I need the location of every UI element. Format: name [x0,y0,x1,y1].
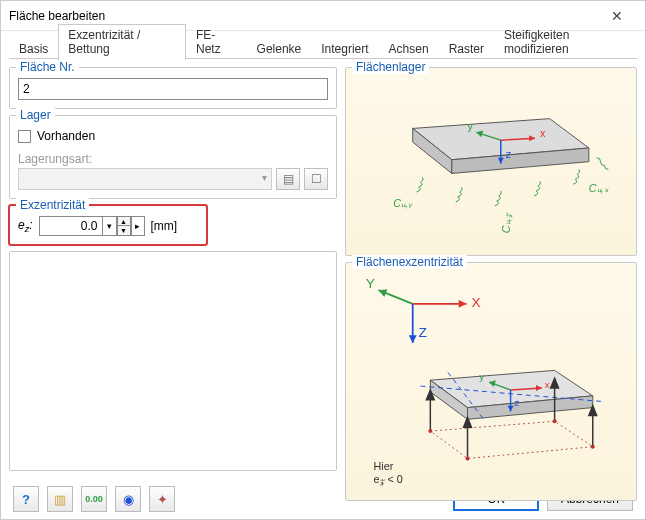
ez-spin-down[interactable]: ▼ [117,226,131,236]
new-icon: ☐ [311,172,322,186]
svg-marker-16 [459,300,467,308]
svg-text:y: y [468,120,474,132]
surface-support-illustration: x y z Cᵤ,ᵧ Cᵤ,ₓ Cᵤ,𝓏 [354,78,628,247]
notes-button[interactable]: ▥ [47,486,73,512]
svg-point-48 [591,445,595,449]
group-eccentricity-legend: Exzentrizität [16,198,89,212]
ez-spin-menu[interactable]: ▸ [131,216,145,236]
preview-surface-support: Flächenlager x y z [345,67,637,256]
notes-icon: ▥ [54,492,66,507]
support-type-new-button: ☐ [304,168,328,190]
svg-text:x: x [545,379,550,390]
group-empty [9,251,337,471]
support-type-row: ▤ ☐ [18,168,328,190]
svg-text:Cᵤ,𝓏: Cᵤ,𝓏 [500,212,513,233]
surface-eccentricity-illustration: X Y Z [354,273,628,491]
tab-achsen[interactable]: Achsen [379,38,439,60]
svg-point-49 [466,457,470,461]
preview-surface-eccentricity-legend: Flächenexzentrizität [352,255,467,269]
dialog-content: Fläche Nr. Lager Vorhanden Lagerungsart:… [1,59,645,479]
support-present-label: Vorhanden [37,129,95,143]
group-support: Lager Vorhanden Lagerungsart: ▤ ☐ [9,115,337,199]
preview-surface-eccentricity: Flächenexzentrizität X Y Z [345,262,637,500]
svg-text:Cᵤ,ₓ: Cᵤ,ₓ [589,182,609,194]
preview-surface-support-legend: Flächenlager [352,60,429,74]
svg-text:X: X [471,295,480,310]
svg-text:Z: Z [419,325,427,340]
ez-spin-up[interactable]: ▲ [117,216,131,226]
svg-text:Hier: Hier [374,461,394,473]
tab-exzentrizitaet-bettung[interactable]: Exzentrizität / Bettung [58,24,186,60]
svg-text:Cᵤ,ᵧ: Cᵤ,ᵧ [393,197,413,209]
svg-text:Y: Y [366,277,375,292]
window-title: Fläche bearbeiten [9,9,597,23]
tab-raster[interactable]: Raster [439,38,494,60]
tab-gelenke[interactable]: Gelenke [247,38,312,60]
ez-value-input[interactable] [39,216,103,236]
support-type-library-button: ▤ [276,168,300,190]
svg-text:y: y [479,372,484,383]
ez-spinner[interactable]: ▲ ▼ [117,216,131,236]
close-icon: ✕ [611,9,623,23]
ez-dropdown-arrow[interactable]: ▾ [103,216,117,236]
tab-integriert[interactable]: Integriert [311,38,378,60]
support-type-label: Lagerungsart: [18,152,328,166]
left-column: Fläche Nr. Lager Vorhanden Lagerungsart:… [9,67,337,471]
tab-strip: Basis Exzentrizität / Bettung FE-Netz Ge… [1,35,645,59]
svg-text:e𝓏 < 0: e𝓏 < 0 [374,473,403,486]
help-button[interactable]: ? [13,486,39,512]
ez-param-label: ez: [18,218,33,234]
support-present-row[interactable]: Vorhanden [18,126,328,146]
group-eccentricity: Exzentrizität ez: ▾ ▲ ▼ ▸ [mm] [9,205,207,245]
units-icon: 0.00 [85,494,103,504]
eye-icon: ◉ [123,492,134,507]
tab-basis[interactable]: Basis [9,38,58,60]
tab-steifigkeiten[interactable]: Steifigkeiten modifizieren [494,24,637,60]
svg-marker-20 [409,336,417,344]
svg-text:x: x [540,127,546,139]
right-column: Flächenlager x y z [345,67,637,471]
help-icon: ? [22,492,30,507]
ez-row: ez: ▾ ▲ ▼ ▸ [mm] [18,216,198,236]
support-present-checkbox[interactable] [18,130,31,143]
svg-text:z: z [514,397,519,408]
folder-icon: ▤ [283,172,294,186]
visibility-button[interactable]: ◉ [115,486,141,512]
svg-text:z: z [506,148,511,160]
tab-fe-netz[interactable]: FE-Netz [186,24,247,60]
pick-button[interactable]: ✦ [149,486,175,512]
units-button[interactable]: 0.00 [81,486,107,512]
group-surface-number: Fläche Nr. [9,67,337,109]
svg-point-46 [428,429,432,433]
ez-unit-label: [mm] [151,219,178,233]
cursor-icon: ✦ [157,492,168,507]
svg-point-47 [553,420,557,424]
support-type-select [18,168,272,190]
group-support-legend: Lager [16,108,55,122]
group-surface-number-legend: Fläche Nr. [16,60,79,74]
surface-number-input[interactable] [18,78,328,100]
